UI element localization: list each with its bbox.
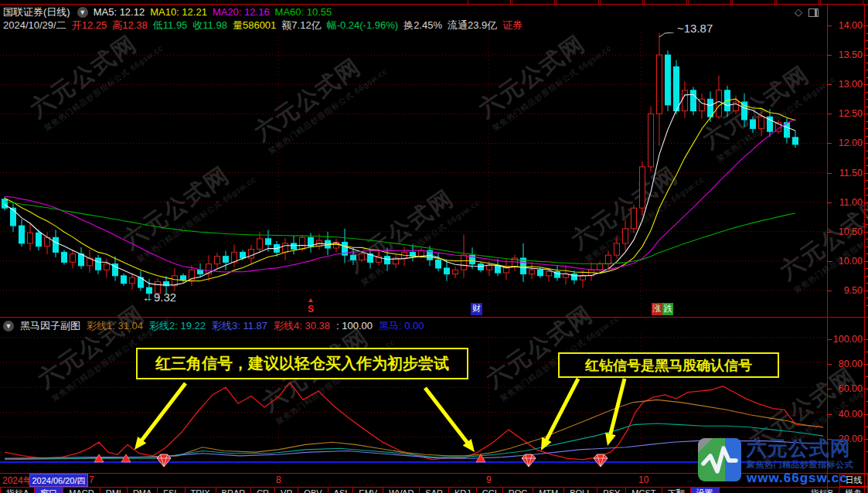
menu-cell [600,0,643,5]
series-line4 [5,382,823,460]
series-line3 [5,440,823,458]
price-axis-column: 14.0013.5013.0012.5012.0011.5011.0010.50… [827,0,868,493]
sub-axis-label: 20.00 [829,434,863,444]
indicator-toolbar: 指标A窗口MACDDMIDMAFSLTRIXBRARCRVROBVASIEMVW… [0,487,868,493]
month-label: 10 [638,474,648,485]
axis-minor-tick [864,114,868,114]
menu-cell [644,0,687,5]
ma-legend: MA5: 12.12MA10: 12.21MA20: 12.16MA60: 10… [94,6,338,18]
axis-minor-tick [864,364,868,365]
date-axis-row: 2024年 2024/06/20/四 78910 日线 [0,474,868,487]
axis-tick-dash [827,55,832,56]
red-diamond-signal [157,454,171,467]
toolbar-item-EMV[interactable]: EMV [353,487,383,493]
axis-tick-dash [827,26,832,26]
toolbar-item-ASI[interactable]: ASI [328,487,354,493]
axis-minor-tick [864,291,868,291]
toolbar-item-SAR[interactable]: SAR [420,487,449,493]
axis-tick-dash [827,173,832,174]
selected-date-chip[interactable]: 2024/06/20/四 [29,474,88,487]
sub-series-layer [5,382,823,460]
toolbar-item-MACD[interactable]: MACD [63,487,100,493]
quote-field: 额7.12亿 [281,19,321,31]
sub-legend-value: 彩线4: 30.38 [274,320,330,332]
low-price-label: ←9.32 [142,291,176,304]
toolbar-item-MCST[interactable]: MCST [626,487,662,493]
toolbar-item-VR[interactable]: VR [275,487,298,493]
axis-minor-tick [864,84,868,85]
ma-value: MA60: 10.55 [275,6,332,18]
quote-info-row: 2024/10/29/二开12.25高12.38低11.95收11.98量586… [3,19,528,32]
axis-tick-dash [827,232,832,233]
axis-tick-dash [827,364,832,365]
main-axis-label: 11.50 [829,168,863,178]
toolbar-item-BOLL[interactable]: BOLL [564,487,597,493]
menu-cell [688,0,731,5]
main-axis-label: 10.50 [829,226,863,237]
month-label: 7 [89,474,94,485]
chart-title-row: 国联证券(日线)▼MA5: 12.12MA10: 12.21MA20: 12.1… [3,5,342,19]
axis-minor-tick [864,173,868,174]
sub-legend-value: 黑马: 0.00 [379,320,424,332]
trading-app-window: 六元公式网聚焦热门精品炒股指标公式 66gsw.cc六元公式网聚焦热门精品炒股指… [0,0,868,493]
quote-field: 证券 [502,19,523,31]
news-badge[interactable]: 财 [471,303,482,315]
toolbar-item-WVAD[interactable]: WVAD [383,487,420,493]
toolbar-item-DMA[interactable]: DMA [128,487,158,493]
sub-indicator-legend: 彩线1: 31.04彩线2: 19.22彩线3: 11.87彩线4: 30.38… [87,320,431,332]
split-window-icon[interactable] [808,8,819,17]
sub-axis-label: 80.00 [829,359,863,369]
axis-minor-tick [864,55,868,56]
quote-field: 换2.45% [403,19,442,31]
year-label: 2024年 [2,474,32,488]
chevron-down-icon[interactable]: ▼ [3,321,14,332]
axis-tick-dash [827,414,832,415]
main-axis-label: 10.00 [829,256,863,267]
updown-badge[interactable]: 涨跌 [652,303,673,315]
toolbar-item-CCI[interactable]: CCI [477,487,503,493]
red-diamond-signal [522,454,536,467]
toolbar-item-KDJ[interactable]: KDJ [449,487,477,493]
axis-separator-line [827,5,828,493]
annotation-arrows [134,379,625,452]
main-axis-label: 9.50 [829,285,863,296]
series-line2 [5,423,823,460]
main-axis-label: 12.00 [829,138,863,148]
toolbar-item-窗口[interactable]: 窗口 [35,487,63,493]
toolbar-item-BRAR[interactable]: BRAR [216,487,252,493]
menu-cell [512,0,555,5]
axis-minor-tick [864,261,868,262]
axis-minor-tick [864,202,868,203]
main-markers-layer: S [308,32,674,314]
axis-minor-tick [864,414,868,415]
axis-tick-dash [827,202,832,203]
toolbar-item-PSY[interactable]: PSY [597,487,626,493]
sub-legend-value: : 100.00 [336,320,373,332]
toolbar-item-DMI[interactable]: DMI [100,487,128,493]
chevron-down-icon[interactable]: ▼ [77,7,88,18]
toolbar-item-下翻[interactable]: 下翻 [662,487,691,493]
axis-right-border [864,5,865,493]
axis-tick-dash [827,389,832,389]
main-axis-label: 13.00 [829,79,863,90]
toolbar-item-TRIX[interactable]: TRIX [186,487,216,493]
toolbar-item-指标A[interactable]: 指标A [0,487,35,493]
toolbar-item-设置[interactable]: 设置 [691,487,720,493]
clipped-menu-bar [0,0,868,5]
toolbar-item-FSL[interactable]: FSL [158,487,185,493]
series-line1 [5,400,823,458]
high-price-label: ~13.87 [677,22,713,35]
main-chart-canvas[interactable]: S [0,32,827,317]
axis-tick-dash [827,143,832,144]
toolbar-item-OBV[interactable]: OBV [298,487,328,493]
sub-indicator-title: 黑马因子副图 [20,320,80,332]
axis-minor-tick [864,439,868,440]
toolbar-item-ROC[interactable]: ROC [503,487,533,493]
diamond-icon[interactable]: ◇ [795,6,802,18]
toolbar-spacer [720,487,805,493]
toolbar-item-MTM[interactable]: MTM [533,487,564,493]
toolbar-item-CR[interactable]: CR [251,487,275,493]
chart-corner-icons: ◇ [795,6,819,18]
quote-field: 收11.98 [192,19,227,31]
menu-cell [556,0,599,5]
